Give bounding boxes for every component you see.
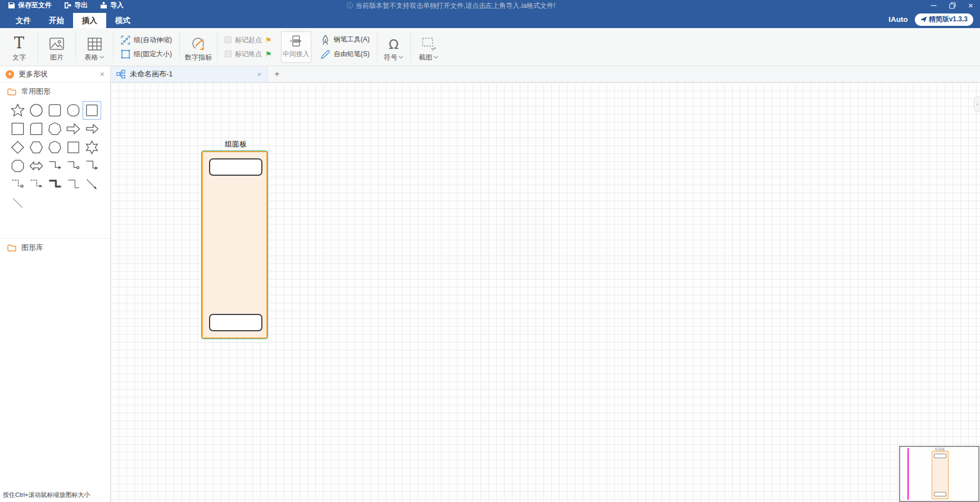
shape-elbow-line[interactable] [64, 175, 83, 194]
shape-square[interactable] [8, 120, 27, 138]
middle-insert-label: 中间接入 [283, 49, 310, 59]
window-controls: × [930, 0, 974, 11]
image-tool-button[interactable]: 图片 [40, 31, 74, 63]
mark-start-checkbox[interactable] [225, 36, 232, 43]
mark-end-checkbox[interactable] [225, 51, 232, 57]
middle-insert-button[interactable]: 中间接入 [281, 31, 311, 63]
pen-tool-label: 钢笔工具(A) [334, 35, 370, 44]
shape-elbow-arrow-2[interactable] [83, 157, 101, 175]
shape-octagon[interactable] [8, 157, 27, 175]
sidebar-close-button[interactable]: × [100, 70, 105, 79]
canvas-tabbar: 未命名画布-1 × + [111, 66, 980, 83]
restore-button[interactable] [949, 2, 956, 9]
version-notice: ⓘ 当前版本暂不支持双击单独打开文件,请点击左上角导入.ia格式文件! [347, 1, 555, 11]
ribbon-separator [410, 33, 411, 62]
shape-star-6[interactable] [83, 138, 101, 157]
shape-arrow-right-thin[interactable] [83, 120, 101, 138]
section-common-shapes[interactable]: 常用图形 [0, 83, 110, 99]
shape-square-rounded[interactable] [46, 101, 64, 120]
canvas-tab[interactable]: 未命名画布-1 × [111, 66, 267, 82]
pen-tool-button[interactable]: 钢笔工具(A) [320, 35, 370, 45]
collapse-icon: ‹ [976, 101, 978, 107]
shape-elbow-arrow[interactable] [46, 157, 64, 175]
canvas-tab-title: 未命名画布-1 [130, 69, 173, 79]
shape-elbow-dashed-arrow[interactable] [27, 175, 46, 194]
section-common-label: 常用图形 [21, 86, 51, 97]
save-icon [8, 2, 15, 9]
sidebar-header: + 更多形状 × [0, 66, 110, 83]
version-notice-text: 当前版本暂不支持双击单独打开文件,请点击左上角导入.ia格式文件! [356, 1, 555, 11]
screenshot-button[interactable]: ✂ 截图 [412, 31, 445, 63]
export-icon [64, 2, 71, 9]
minimap[interactable]: 组面板 [899, 446, 979, 502]
ribbon-separator [38, 33, 38, 62]
minimap-guide-line [908, 448, 909, 500]
mark-start-checkbox-row[interactable]: 标记起点 ⚑ [225, 35, 272, 45]
menu-tab-mode[interactable]: 模式 [106, 13, 139, 28]
numeric-indicator-button[interactable]: 数字指标 [182, 31, 215, 63]
import-button[interactable]: 导入 [100, 1, 124, 10]
shape-heptagon-2[interactable] [46, 138, 64, 157]
panel-inner-rect-bottom[interactable] [209, 314, 262, 331]
shape-arrow-double-h[interactable] [27, 157, 46, 175]
free-pencil-label: 自由铅笔(S) [334, 49, 370, 59]
shape-star-5[interactable] [8, 101, 27, 120]
ribbon-separator [75, 33, 76, 62]
collapse-panel-handle[interactable]: ‹ [974, 97, 980, 112]
section-shape-library[interactable]: 图形库 [0, 239, 110, 255]
paper-plane-icon [920, 16, 927, 22]
group-fixed-button[interactable]: 组(固定大小) [121, 49, 172, 59]
close-window-button[interactable]: × [967, 2, 974, 9]
folder-icon [7, 244, 16, 252]
group-panel-shape[interactable] [202, 151, 267, 339]
shape-elbow-thick[interactable] [46, 175, 64, 194]
menu-tab-home[interactable]: 开始 [40, 13, 73, 28]
group-auto-button[interactable]: 组(自动伸缩) [121, 35, 172, 45]
menu-tab-file-label: 文件 [16, 16, 31, 26]
shape-square-2[interactable] [64, 138, 83, 157]
table-icon [87, 37, 102, 51]
minimize-button[interactable] [930, 2, 937, 9]
shape-hexagon[interactable] [27, 138, 46, 157]
free-pencil-button[interactable]: 自由铅笔(S) [320, 49, 370, 60]
text-tool-icon: T [14, 35, 24, 51]
save-to-file-button[interactable]: 保存至文件 [8, 1, 52, 10]
shape-squircle[interactable] [64, 101, 83, 120]
add-shapes-icon[interactable]: + [6, 70, 14, 79]
panel-inner-rect-top[interactable] [209, 158, 262, 176]
minimize-icon [931, 2, 937, 8]
shape-square-selected[interactable] [83, 101, 101, 120]
main-area: + 更多形状 × 常用图形 图形库 按住Ctrl+滚动鼠标缩放图标大小 未命名画… [0, 66, 980, 502]
shape-heptagon[interactable] [46, 120, 64, 138]
tab-close-button[interactable]: × [257, 70, 261, 79]
mark-end-checkbox-row[interactable]: 标记终点 ⚑ [225, 49, 272, 59]
shape-arrow-right[interactable] [64, 120, 83, 138]
info-icon: ⓘ [347, 1, 353, 11]
shape-square-corner[interactable] [27, 120, 46, 138]
shape-diamond[interactable] [8, 138, 27, 157]
folder-icon [7, 88, 16, 95]
middle-insert-icon [289, 35, 303, 47]
version-badge[interactable]: 精简版v1.3.3 [915, 13, 973, 26]
restore-icon [949, 2, 956, 9]
shape-line-arrow-diag[interactable] [83, 175, 101, 194]
shape-line-diag[interactable] [8, 194, 27, 212]
new-tab-button[interactable]: + [267, 66, 287, 82]
shape-elbow-circle[interactable] [64, 157, 83, 175]
menu-tab-insert[interactable]: 插入 [73, 13, 106, 28]
mark-tools: 标记起点 ⚑ 标记终点 ⚑ [219, 35, 278, 59]
export-button[interactable]: 导出 [64, 1, 88, 10]
group-auto-label: 组(自动伸缩) [134, 35, 172, 45]
table-tool-button[interactable]: 表格 [78, 31, 111, 63]
drawing-canvas[interactable]: 组面板 ‹ 组面板 [111, 83, 980, 502]
screenshot-icon: ✂ [422, 38, 435, 51]
text-tool-button[interactable]: T 文字 [2, 31, 36, 63]
shape-elbow-dashed-circle[interactable] [8, 175, 27, 194]
titlebar: 保存至文件 导出 导入 ⓘ 当前版本暂不支持双击单独打开文件,请点击左上角导入.… [0, 0, 980, 11]
import-label: 导入 [110, 1, 124, 10]
menu-tab-file[interactable]: 文件 [7, 13, 40, 28]
omega-icon: Ω [389, 38, 399, 51]
shape-circle[interactable] [27, 101, 46, 120]
symbol-button[interactable]: Ω 符号 [379, 31, 409, 63]
zoom-hint-text: 按住Ctrl+滚动鼠标缩放图标大小 [3, 491, 90, 498]
